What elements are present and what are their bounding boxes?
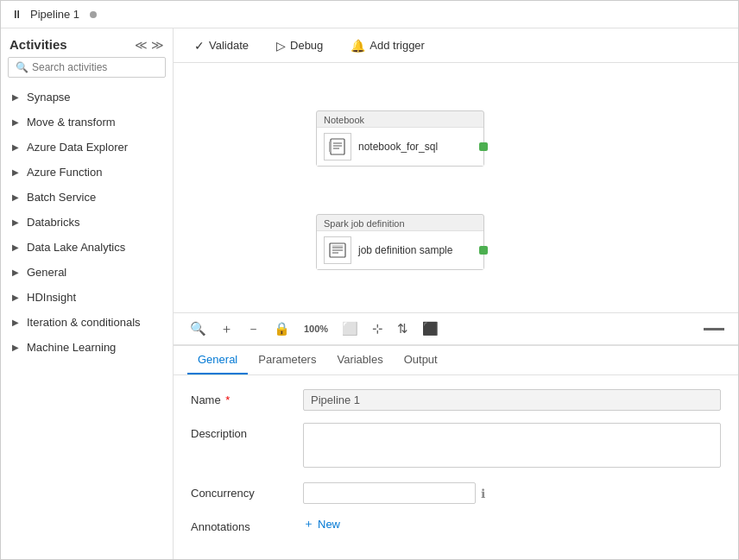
chevron-icon: ▶ (9, 317, 22, 329)
chevron-icon: ▶ (9, 267, 22, 279)
sidebar-item-label: Databricks (27, 216, 164, 229)
sidebar-item-label: Move & transform (27, 116, 164, 129)
unsaved-indicator (90, 11, 97, 18)
required-marker: * (225, 393, 230, 406)
canvas-toolbar: 🔍 ＋ － 🔒 100% ⬜ ⊹ ⇅ ⬛ (174, 312, 738, 345)
zoom-in-tool[interactable]: ＋ (218, 318, 236, 340)
description-row: Description (191, 423, 721, 470)
tab-parameters[interactable]: Parameters (248, 346, 326, 374)
sidebar-item-label: Synapse (27, 91, 164, 104)
sidebar-title: Activities (9, 37, 67, 52)
annotations-row: Annotations ＋ New (191, 516, 721, 533)
node-header: Notebook (317, 111, 483, 127)
general-form: Name * Description (174, 375, 738, 559)
sidebar-item-synapse[interactable]: ▶ Synapse (1, 85, 173, 110)
search-box[interactable]: 🔍 (8, 57, 166, 78)
bottom-panel: General Parameters Variables Output Name… (174, 345, 738, 559)
notebook-node[interactable]: Notebook notebook_for_sql (316, 110, 484, 167)
chevron-icon: ▶ (9, 342, 22, 354)
chevron-icon: ▶ (9, 192, 22, 204)
validate-button[interactable]: ✓ Validate (187, 35, 256, 56)
chevron-icon: ▶ (9, 116, 22, 129)
title-bar: ⏸ Pipeline 1 (1, 1, 738, 28)
spark-icon (324, 236, 351, 264)
description-input[interactable] (303, 423, 721, 468)
name-row: Name * (191, 389, 721, 411)
new-annotation-button[interactable]: ＋ New (303, 516, 721, 532)
name-input-wrapper (303, 389, 721, 411)
main-toolbar: ✓ Validate ▷ Debug 🔔 Add trigger (174, 28, 738, 63)
sidebar-item-databricks[interactable]: ▶ Databricks (1, 210, 173, 235)
sidebar-header: Activities ≪ ≫ (1, 28, 173, 57)
node-body: notebook_for_sql (317, 127, 483, 166)
sidebar-item-general[interactable]: ▶ General (1, 260, 173, 285)
sidebar-item-label: General (27, 266, 164, 279)
sidebar-item-label: HDInsight (27, 291, 164, 304)
notebook-icon (324, 133, 351, 160)
sidebar-item-hdinsight[interactable]: ▶ HDInsight (1, 285, 173, 310)
activities-sidebar: Activities ≪ ≫ 🔍 ▶ Synapse ▶ Move & tran… (1, 28, 174, 559)
concurrency-label: Concurrency (191, 482, 303, 500)
sidebar-item-data-explorer[interactable]: ▶ Azure Data Explorer (1, 135, 173, 160)
sidebar-item-label: Machine Learning (27, 341, 164, 354)
node-output-connector[interactable] (479, 246, 488, 255)
annotations-label: Annotations (191, 516, 303, 533)
svg-rect-0 (331, 139, 344, 154)
description-label: Description (191, 423, 303, 440)
node-header: Spark job definition (317, 215, 483, 230)
pipeline-title: Pipeline 1 (30, 8, 79, 21)
annotations-input-wrapper: ＋ New (303, 516, 721, 532)
tab-output[interactable]: Output (394, 346, 448, 374)
collapse-icon[interactable]: ≪ (135, 38, 148, 52)
name-input[interactable] (303, 389, 721, 411)
debug-icon: ▷ (276, 39, 286, 53)
sidebar-item-iteration[interactable]: ▶ Iteration & conditionals (1, 310, 173, 335)
bottom-tabs: General Parameters Variables Output (174, 346, 738, 375)
select-tool[interactable]: ⊹ (370, 318, 386, 339)
zoom-search-tool[interactable]: 🔍 (187, 318, 209, 339)
frame-tool[interactable]: ⬜ (339, 318, 361, 339)
search-icon: 🔍 (16, 61, 28, 73)
chevron-icon: ▶ (9, 91, 22, 104)
validate-label: Validate (209, 39, 249, 52)
concurrency-row: Concurrency ℹ (191, 482, 721, 504)
sidebar-controls: ≪ ≫ (135, 38, 164, 52)
sidebar-item-label: Iteration & conditionals (27, 316, 164, 329)
chevron-icon: ▶ (9, 242, 22, 254)
sidebar-item-batch-service[interactable]: ▶ Batch Service (1, 185, 173, 210)
tab-variables[interactable]: Variables (326, 346, 393, 374)
sidebar-item-machine-learning[interactable]: ▶ Machine Learning (1, 335, 173, 360)
add-trigger-button[interactable]: 🔔 Add trigger (344, 35, 432, 56)
more-tool[interactable]: ⬛ (420, 318, 441, 339)
trigger-icon: 🔔 (351, 39, 365, 53)
search-input[interactable] (32, 61, 158, 73)
debug-label: Debug (290, 39, 323, 52)
tab-general[interactable]: General (187, 346, 248, 374)
spark-node[interactable]: Spark job definition job definition (316, 214, 484, 270)
pipeline-canvas[interactable]: Notebook notebook_for_sql (174, 63, 738, 312)
node-output-connector[interactable] (479, 142, 488, 151)
concurrency-input-wrapper: ℹ (303, 482, 721, 504)
collapse-handle[interactable] (704, 328, 724, 330)
chevron-icon: ▶ (9, 167, 22, 179)
spark-name: job definition sample (358, 244, 452, 256)
sidebar-item-label: Azure Function (27, 166, 164, 179)
lock-tool[interactable]: 🔒 (271, 318, 293, 339)
zoom-out-tool[interactable]: － (244, 318, 262, 340)
concurrency-input[interactable] (303, 482, 476, 504)
add-trigger-label: Add trigger (370, 39, 425, 52)
node-body: job definition sample (317, 230, 483, 269)
fit-tool[interactable]: 100% (301, 321, 331, 337)
sidebar-item-move-transform[interactable]: ▶ Move & transform (1, 110, 173, 135)
svg-rect-4 (329, 142, 332, 152)
sidebar-item-data-lake[interactable]: ▶ Data Lake Analytics (1, 235, 173, 260)
content-area: ✓ Validate ▷ Debug 🔔 Add trigger Noteboo… (174, 28, 738, 559)
debug-button[interactable]: ▷ Debug (269, 35, 330, 56)
chevron-icon: ▶ (9, 292, 22, 304)
chevron-icon: ▶ (9, 142, 22, 154)
arrange-tool[interactable]: ⇅ (395, 318, 411, 339)
expand-icon[interactable]: ≫ (151, 38, 164, 52)
sidebar-item-azure-function[interactable]: ▶ Azure Function (1, 160, 173, 185)
new-label: New (318, 518, 340, 531)
info-icon[interactable]: ℹ (481, 487, 485, 500)
